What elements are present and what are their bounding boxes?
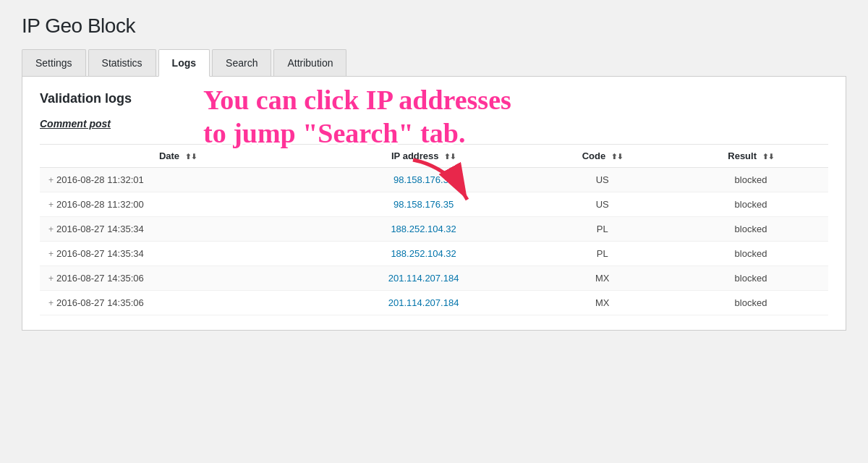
cell-date: +2016-08-27 14:35:34 <box>40 217 316 242</box>
ip-address-link[interactable]: 98.158.176.35 <box>393 199 454 210</box>
cell-ip: 188.252.104.32 <box>316 242 532 266</box>
cell-ip: 201.114.207.184 <box>316 266 532 291</box>
col-header-ip[interactable]: IP address ⬆⬇ <box>316 145 532 168</box>
content-area: Validation logs You can click IP address… <box>22 77 846 331</box>
table-row: +2016-08-27 14:35:34188.252.104.32PLbloc… <box>40 242 828 266</box>
sort-icon-date: ⬆⬇ <box>185 153 197 161</box>
cell-date: +2016-08-27 14:35:06 <box>40 291 316 315</box>
sort-icon-ip: ⬆⬇ <box>444 153 456 161</box>
cell-code: US <box>532 192 673 217</box>
tab-search[interactable]: Search <box>212 49 271 76</box>
table-row: +2016-08-28 11:32:0098.158.176.35USblock… <box>40 192 828 217</box>
table-row: +2016-08-27 14:35:06201.114.207.184MXblo… <box>40 266 828 291</box>
cell-ip: 98.158.176.35 <box>316 192 532 217</box>
table-row: +2016-08-27 14:35:06201.114.207.184MXblo… <box>40 291 828 315</box>
col-header-result[interactable]: Result ⬆⬇ <box>673 145 828 168</box>
table-row: +2016-08-28 11:32:0198.158.176.35USblock… <box>40 168 828 192</box>
expand-icon[interactable]: + <box>48 273 54 284</box>
ip-address-link[interactable]: 188.252.104.32 <box>391 224 456 234</box>
expand-icon[interactable]: + <box>48 224 54 234</box>
ip-address-link[interactable]: 98.158.176.35 <box>393 174 454 185</box>
cell-result: blocked <box>673 192 828 217</box>
expand-icon[interactable]: + <box>48 175 54 185</box>
tab-statistics[interactable]: Statistics <box>88 49 156 76</box>
cell-code: MX <box>532 266 673 291</box>
tab-logs[interactable]: Logs <box>158 49 210 77</box>
cell-date: +2016-08-27 14:35:06 <box>40 266 316 291</box>
expand-icon[interactable]: + <box>48 249 54 259</box>
section-title: Validation logs <box>40 91 828 106</box>
cell-ip: 98.158.176.35 <box>316 168 532 192</box>
sort-icon-code: ⬆⬇ <box>611 153 623 161</box>
cell-code: US <box>532 168 673 192</box>
tabs-navigation: Settings Statistics Logs Search Attribut… <box>22 49 846 77</box>
col-header-code[interactable]: Code ⬆⬇ <box>532 145 673 168</box>
ip-address-link[interactable]: 201.114.207.184 <box>388 273 459 284</box>
cell-code: PL <box>532 242 673 266</box>
cell-result: blocked <box>673 168 828 192</box>
sort-icon-result: ⬆⬇ <box>762 153 774 161</box>
tab-attribution[interactable]: Attribution <box>273 49 346 76</box>
cell-date: +2016-08-27 14:35:34 <box>40 242 316 266</box>
col-header-date[interactable]: Date ⬆⬇ <box>40 145 316 168</box>
cell-result: blocked <box>673 266 828 291</box>
cell-result: blocked <box>673 242 828 266</box>
tab-settings[interactable]: Settings <box>22 49 86 76</box>
page-title: IP Geo Block <box>22 14 846 38</box>
cell-date: +2016-08-28 11:32:01 <box>40 168 316 192</box>
ip-address-link[interactable]: 201.114.207.184 <box>388 297 459 308</box>
filter-label[interactable]: Comment post <box>40 118 111 129</box>
table-row: +2016-08-27 14:35:34188.252.104.32PLbloc… <box>40 217 828 242</box>
cell-ip: 188.252.104.32 <box>316 217 532 242</box>
cell-date: +2016-08-28 11:32:00 <box>40 192 316 217</box>
expand-icon[interactable]: + <box>48 200 54 210</box>
cell-code: MX <box>532 291 673 315</box>
cell-ip: 201.114.207.184 <box>316 291 532 315</box>
cell-result: blocked <box>673 217 828 242</box>
ip-address-link[interactable]: 188.252.104.32 <box>391 248 456 259</box>
cell-code: PL <box>532 217 673 242</box>
cell-result: blocked <box>673 291 828 315</box>
expand-icon[interactable]: + <box>48 298 54 308</box>
table-header-row: Date ⬆⬇ IP address ⬆⬇ Code ⬆⬇ Result ⬆⬇ <box>40 145 828 168</box>
log-table: Date ⬆⬇ IP address ⬆⬇ Code ⬆⬇ Result ⬆⬇ <box>40 144 828 315</box>
